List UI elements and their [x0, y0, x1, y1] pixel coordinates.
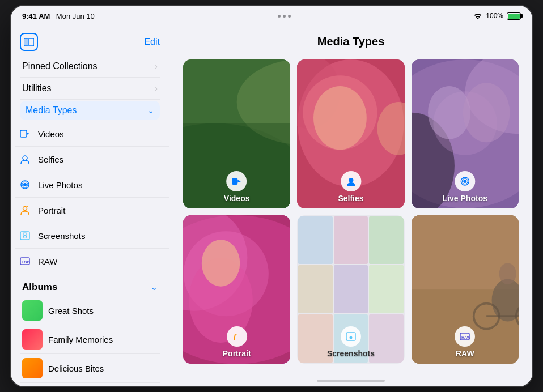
family-memories-label: Family Memories	[48, 335, 113, 344]
battery-icon	[507, 12, 521, 20]
collage-cell	[298, 265, 332, 313]
grid-card-portrait[interactable]: ƒ Portrait	[183, 215, 290, 364]
screenshots-label: Screenshots	[38, 231, 85, 241]
collage-cell	[334, 216, 368, 265]
svg-text:RAW: RAW	[22, 259, 30, 265]
sidebar-section-main: Pinned Collections › Utilities › Media T…	[11, 56, 169, 121]
raw-card-labels: RAW RAW	[455, 326, 475, 358]
svg-point-46	[349, 336, 352, 339]
live-photos-icon	[18, 177, 32, 192]
delicious-bites-thumb	[22, 358, 43, 378]
videos-label: Videos	[38, 129, 64, 139]
sidebar-item-pinned-collections[interactable]: Pinned Collections ›	[20, 56, 160, 78]
utilities-label: Utilities	[22, 83, 52, 93]
albums-chevron-down-icon: ⌄	[151, 283, 158, 292]
home-indicator	[317, 380, 385, 382]
bottom-handle	[169, 375, 532, 386]
grid-card-raw[interactable]: RAW RAW	[412, 215, 519, 364]
app-body: Edit Pinned Collections › Utilities › Me…	[11, 26, 532, 386]
sidebar: Edit Pinned Collections › Utilities › Me…	[11, 26, 169, 386]
great-shots-label: Great Shots	[48, 306, 94, 316]
album-item-family-memories[interactable]: Family Memories	[20, 325, 160, 354]
album-item-delicious-bites[interactable]: Delicious Bites	[20, 354, 160, 383]
status-right: 100%	[473, 12, 521, 20]
wifi-icon	[473, 12, 482, 19]
collage-cell	[334, 265, 368, 313]
videos-card-labels: Videos	[224, 171, 250, 203]
sidebar-item-utilities[interactable]: Utilities ›	[20, 78, 160, 100]
videos-card-icon	[227, 171, 247, 191]
chevron-right-icon: ›	[155, 84, 158, 93]
screenshots-card-icon	[341, 326, 361, 347]
selfies-card-label: Selfies	[338, 194, 363, 203]
raw-card-icon: RAW	[455, 326, 475, 347]
svg-rect-19	[232, 178, 238, 185]
portrait-icon	[18, 203, 32, 218]
portrait-card-icon: ƒ	[227, 326, 247, 347]
dot1	[278, 15, 281, 18]
album-item-in-the-sun[interactable]: In the Sun	[20, 383, 160, 386]
sub-item-portrait[interactable]: Portrait	[15, 198, 169, 223]
page-title: Media Types	[317, 35, 385, 48]
chevron-right-icon: ›	[155, 62, 158, 71]
live-photos-card-icon	[455, 171, 475, 191]
status-date: Mon Jun 10	[56, 12, 95, 20]
sidebar-toggle-button[interactable]	[20, 33, 38, 51]
grid-card-selfies[interactable]: Selfies	[297, 59, 404, 208]
sidebar-item-media-types[interactable]: Media Types ⌄	[20, 101, 160, 120]
sub-item-raw[interactable]: RAW RAW	[15, 249, 169, 274]
status-time: 9:41 AM	[22, 12, 50, 20]
albums-label: Albums	[22, 282, 57, 293]
media-types-grid: Videos	[169, 55, 532, 375]
collage-cell	[298, 216, 332, 265]
screenshots-card-labels: Screenshots	[327, 326, 375, 358]
selfies-icon	[18, 152, 32, 167]
videos-card-label: Videos	[224, 194, 250, 203]
dot2	[283, 15, 286, 18]
media-types-subitems: Videos Selfies Live Photos	[11, 121, 169, 274]
main-header: Media Types	[169, 26, 532, 55]
grid-card-videos[interactable]: Videos	[183, 59, 290, 208]
svg-text:ƒ: ƒ	[233, 333, 237, 341]
portrait-card-labels: ƒ Portrait	[223, 326, 251, 358]
edit-button[interactable]: Edit	[144, 37, 160, 47]
svg-point-11	[24, 236, 27, 238]
grid-card-live-photos[interactable]: Live Photos	[412, 59, 519, 208]
album-item-great-shots[interactable]: Great Shots	[20, 296, 160, 325]
sub-item-screenshots[interactable]: Screenshots	[15, 223, 169, 249]
svg-point-34	[463, 83, 510, 142]
live-photos-card-label: Live Photos	[443, 194, 487, 203]
sub-item-selfies[interactable]: Selfies	[15, 147, 169, 172]
screenshots-card-label: Screenshots	[327, 349, 375, 358]
svg-rect-0	[24, 38, 28, 46]
great-shots-thumb	[22, 300, 43, 321]
albums-section-header[interactable]: Albums ⌄	[20, 274, 160, 296]
collage-cell	[369, 216, 403, 265]
live-photos-label: Live Photos	[38, 180, 82, 190]
selfies-label: Selfies	[38, 155, 63, 164]
raw-icon: RAW	[18, 254, 32, 269]
selfies-card-icon	[341, 171, 361, 191]
sub-item-videos[interactable]: Videos	[15, 121, 169, 147]
main-content: Media Types Videos	[169, 26, 532, 386]
battery-fill	[508, 14, 520, 19]
svg-point-7	[23, 183, 27, 186]
svg-point-9	[23, 207, 27, 211]
raw-card-label: RAW	[456, 349, 474, 358]
sidebar-section-albums: Albums ⌄ Great Shots Family Memories Del…	[11, 274, 169, 386]
media-types-label: Media Types	[26, 105, 77, 116]
portrait-label: Portrait	[38, 206, 65, 215]
battery-percent: 100%	[486, 12, 503, 20]
screenshots-icon	[18, 228, 32, 243]
svg-text:RAW: RAW	[461, 335, 470, 339]
status-bar: 9:41 AM Mon Jun 10 100%	[11, 6, 532, 26]
portrait-card-label: Portrait	[223, 349, 251, 358]
raw-label: RAW	[38, 257, 57, 266]
sidebar-header: Edit	[11, 26, 169, 56]
delicious-bites-label: Delicious Bites	[48, 364, 104, 373]
live-photos-card-labels: Live Photos	[443, 171, 487, 203]
grid-card-screenshots[interactable]: Screenshots	[297, 215, 404, 364]
svg-rect-3	[20, 130, 27, 137]
sub-item-live-photos[interactable]: Live Photos	[15, 172, 169, 198]
svg-point-27	[349, 178, 353, 182]
